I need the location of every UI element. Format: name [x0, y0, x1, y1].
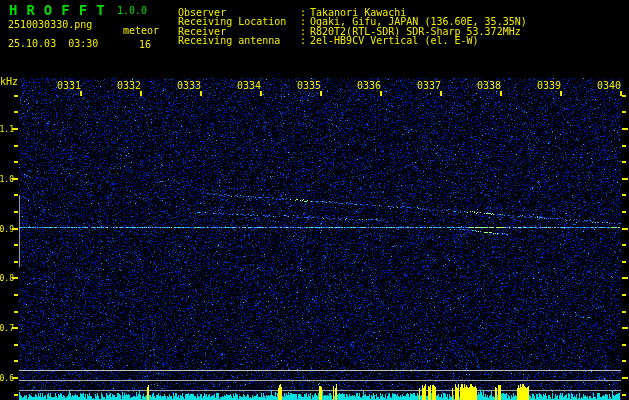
mode-label: meteor — [123, 26, 159, 36]
output-filename: 2510030330.png — [8, 20, 92, 30]
info-row-antenna: Receiving antenna : 2el-HB9CV Vertical (… — [178, 36, 527, 45]
app-version: 1.0.0 — [117, 6, 147, 16]
observation-datetime: 25.10.03 03:30 — [8, 39, 98, 49]
time-axis-label: 0333 — [176, 80, 201, 91]
time-axis-label: 0336 — [356, 80, 381, 91]
time-axis-label: 0335 — [296, 80, 321, 91]
hrofft-spectrogram-image: HROFFT 1.0.0 2510030330.png meteor 25.10… — [0, 0, 629, 400]
echo-count: 16 — [139, 40, 151, 50]
app-title: HROFFT — [9, 3, 114, 17]
frequency-axis-label: 0.9 — [0, 225, 14, 234]
frequency-axis-label: 0.7 — [0, 324, 14, 333]
time-axis-label: 0339 — [536, 80, 561, 91]
frequency-axis-label: 1.0 — [0, 175, 14, 184]
info-separator: : — [300, 36, 310, 45]
info-label: Receiving antenna — [178, 36, 300, 45]
time-axis-label: 0337 — [416, 80, 441, 91]
spectrogram-canvas — [0, 0, 629, 400]
time-axis-label: 0338 — [476, 80, 501, 91]
time-axis-label: 0340 — [596, 80, 621, 91]
frequency-axis-label: 0.8 — [0, 274, 14, 283]
time-axis-label: 0332 — [116, 80, 141, 91]
y-axis-unit-label: kHz — [0, 77, 18, 87]
frequency-axis-label: 1.1 — [0, 125, 14, 134]
frequency-axis-label: 0.6 — [0, 374, 14, 383]
info-value: 2el-HB9CV Vertical (el. E-W) — [310, 36, 479, 45]
time-axis-label: 0331 — [56, 80, 81, 91]
time-axis-label: 0334 — [236, 80, 261, 91]
station-info-block: Observer : Takanori Kawachi Receiving Lo… — [178, 8, 527, 46]
